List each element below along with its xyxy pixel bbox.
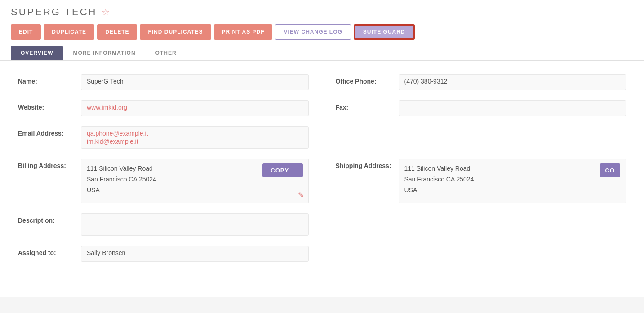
- shipping-label: Shipping Address:: [336, 159, 399, 169]
- app-title: SUPERG TECH: [11, 6, 97, 18]
- assigned-row: Assigned to: Sally Bronsen: [18, 246, 309, 262]
- website-value[interactable]: www.imkid.org: [81, 100, 309, 116]
- office-phone-row: Office Phone: (470) 380-9312: [336, 74, 626, 90]
- billing-address-text: 111 Silicon Valley Road San Francisco CA…: [87, 163, 156, 195]
- assigned-value: Sally Bronsen: [81, 246, 309, 262]
- toolbar: EDIT DUPLICATE DELETE FIND DUPLICATES PR…: [11, 24, 633, 44]
- fax-value: [399, 100, 626, 116]
- shipping-address-row: Shipping Address: 111 Silicon Valley Roa…: [336, 159, 626, 203]
- billing-edit-pencil-icon[interactable]: ✎: [298, 191, 304, 199]
- suite-guard-button[interactable]: SUITE GUARD: [354, 24, 415, 40]
- shipping-line3: USA: [404, 185, 474, 196]
- name-label: Name:: [18, 74, 81, 85]
- website-row: Website: www.imkid.org: [18, 100, 309, 116]
- billing-address-box: 111 Silicon Valley Road San Francisco CA…: [81, 159, 309, 203]
- find-duplicates-button[interactable]: FIND DUPLICATES: [140, 24, 211, 40]
- duplicate-button[interactable]: DUPLICATE: [44, 24, 94, 40]
- description-spacer: [336, 213, 626, 246]
- assigned-label: Assigned to:: [18, 246, 81, 256]
- office-phone-label: Office Phone:: [336, 74, 399, 85]
- delete-button[interactable]: DELETE: [97, 24, 137, 40]
- shipping-line1: 111 Silicon Valley Road: [404, 163, 474, 174]
- billing-line2: San Francisco CA 25024: [87, 174, 156, 185]
- tab-bar: OVERVIEW MORE INFORMATION OTHER: [11, 46, 633, 60]
- app-title-bar: SUPERG TECH ☆: [11, 6, 633, 18]
- website-label: Website:: [18, 100, 81, 111]
- email-row: Email Address: qa.phone@example.it im.ki…: [18, 126, 309, 149]
- billing-address-row: Billing Address: 111 Silicon Valley Road…: [18, 159, 309, 203]
- email-value: qa.phone@example.it im.kid@example.it: [81, 126, 309, 149]
- shipping-address-text: 111 Silicon Valley Road San Francisco CA…: [404, 163, 474, 195]
- billing-copy-button[interactable]: COPY...: [262, 163, 302, 177]
- tab-overview[interactable]: OVERVIEW: [11, 46, 63, 60]
- view-change-log-button[interactable]: VIEW CHANGE LOG: [275, 24, 351, 40]
- email2-link[interactable]: im.kid@example.it: [87, 138, 303, 145]
- email1-link[interactable]: qa.phone@example.it: [87, 130, 303, 137]
- detail-grid: Name: SuperG Tech Office Phone: (470) 38…: [18, 74, 626, 272]
- fax-label: Fax:: [336, 100, 399, 111]
- billing-address-content: 111 Silicon Valley Road San Francisco CA…: [87, 163, 303, 195]
- office-phone-value: (470) 380-9312: [399, 74, 626, 90]
- print-as-pdf-button[interactable]: PRINT AS PDF: [214, 24, 273, 40]
- star-icon[interactable]: ☆: [102, 7, 110, 18]
- shipping-address-content: 111 Silicon Valley Road San Francisco CA…: [404, 163, 621, 195]
- description-value: [81, 213, 309, 236]
- description-row: Description:: [18, 213, 309, 236]
- billing-line1: 111 Silicon Valley Road: [87, 163, 156, 174]
- tab-more-information[interactable]: MORE INFORMATION: [63, 46, 145, 60]
- empty-spacer: [336, 126, 626, 159]
- tab-other[interactable]: OTHER: [146, 46, 187, 60]
- billing-label: Billing Address:: [18, 159, 81, 169]
- billing-line3: USA: [87, 185, 156, 196]
- email-label: Email Address:: [18, 126, 81, 137]
- fax-row: Fax:: [336, 100, 626, 116]
- edit-button[interactable]: EDIT: [11, 24, 41, 40]
- description-label: Description:: [18, 213, 81, 224]
- main-content: Name: SuperG Tech Office Phone: (470) 38…: [0, 61, 644, 297]
- shipping-copy-button[interactable]: CO: [600, 163, 621, 177]
- shipping-line2: San Francisco CA 25024: [404, 174, 474, 185]
- name-value: SuperG Tech: [81, 74, 309, 90]
- shipping-address-box: 111 Silicon Valley Road San Francisco CA…: [399, 159, 626, 203]
- name-row: Name: SuperG Tech: [18, 74, 309, 90]
